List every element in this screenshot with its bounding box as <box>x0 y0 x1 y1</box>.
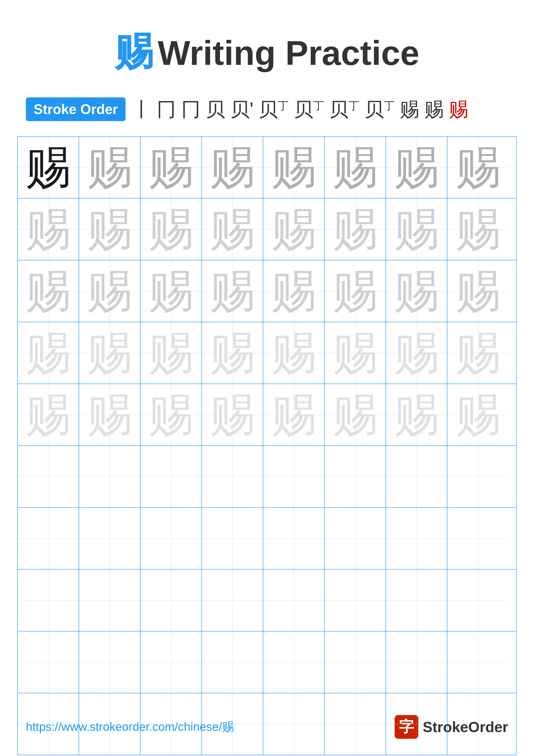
grid-cell[interactable]: 赐 <box>447 322 509 384</box>
grid-cell[interactable]: 赐 <box>386 137 447 198</box>
grid-cell[interactable]: 赐 <box>263 384 325 446</box>
char-in-cell: 赐 <box>148 207 194 252</box>
grid-cell[interactable]: 赐 <box>79 137 140 198</box>
grid-cell[interactable] <box>140 446 202 507</box>
grid-cell[interactable]: 赐 <box>79 260 140 322</box>
grid-cell[interactable]: 赐 <box>18 322 79 384</box>
grid-cell[interactable]: 赐 <box>140 384 202 446</box>
grid-cell[interactable]: 赐 <box>18 384 79 446</box>
grid-cell[interactable] <box>447 508 509 569</box>
grid-cell[interactable]: 赐 <box>79 384 140 446</box>
stroke-step-9: 贝丁 <box>365 99 394 119</box>
grid-cell[interactable]: 赐 <box>79 322 140 384</box>
grid-cell[interactable] <box>386 570 447 631</box>
grid-cell[interactable]: 赐 <box>386 199 447 260</box>
char-in-cell: 赐 <box>456 207 501 252</box>
grid-cell[interactable] <box>79 632 140 693</box>
grid-cell[interactable] <box>79 693 140 755</box>
grid-cell[interactable] <box>18 508 79 569</box>
grid-cell[interactable] <box>386 632 447 693</box>
grid-cell[interactable] <box>263 570 325 631</box>
char-in-cell: 赐 <box>26 269 71 314</box>
grid-cell[interactable]: 赐 <box>140 199 202 260</box>
grid-cell[interactable]: 赐 <box>386 322 447 384</box>
char-in-cell: 赐 <box>87 392 132 438</box>
grid-cell[interactable] <box>386 693 447 755</box>
grid-cell[interactable] <box>140 632 202 693</box>
grid-cell[interactable] <box>18 632 79 693</box>
grid-cell[interactable]: 赐 <box>325 322 386 384</box>
grid-cell[interactable] <box>447 693 509 755</box>
grid-cell[interactable] <box>79 570 140 631</box>
grid-cell[interactable] <box>202 693 263 755</box>
grid-cell[interactable] <box>18 446 79 507</box>
grid-cell[interactable] <box>325 632 386 693</box>
char-in-cell: 赐 <box>26 330 71 376</box>
grid-cell[interactable] <box>325 446 386 507</box>
grid-cell[interactable]: 赐 <box>263 199 325 260</box>
grid-cell[interactable]: 赐 <box>202 260 263 322</box>
char-in-cell: 赐 <box>394 207 439 252</box>
stroke-step-7: 贝丁 <box>294 99 324 119</box>
grid-cell[interactable]: 赐 <box>386 384 447 446</box>
char-in-cell: 赐 <box>456 392 501 438</box>
grid-cell[interactable] <box>79 508 140 569</box>
grid-cell[interactable]: 赐 <box>18 137 79 198</box>
grid-cell[interactable]: 赐 <box>18 260 79 322</box>
grid-cell[interactable] <box>140 508 202 569</box>
grid-cell[interactable]: 赐 <box>140 137 202 198</box>
grid-cell[interactable]: 赐 <box>202 322 263 384</box>
char-in-cell: 赐 <box>148 145 194 190</box>
logo-icon: 字 <box>394 715 418 739</box>
grid-cell[interactable] <box>18 570 79 631</box>
grid-cell[interactable] <box>140 693 202 755</box>
grid-cell[interactable]: 赐 <box>263 322 325 384</box>
grid-cell[interactable] <box>386 446 447 507</box>
grid-cell[interactable] <box>263 693 325 755</box>
grid-cell[interactable]: 赐 <box>202 137 263 198</box>
char-in-cell: 赐 <box>456 145 501 190</box>
grid-cell[interactable] <box>325 508 386 569</box>
grid-cell[interactable]: 赐 <box>325 384 386 446</box>
grid-cell[interactable]: 赐 <box>263 260 325 322</box>
grid-cell[interactable]: 赐 <box>447 384 509 446</box>
grid-cell[interactable] <box>325 570 386 631</box>
footer: https://www.strokeorder.com/chinese/赐 字 … <box>0 715 534 739</box>
grid-cell[interactable] <box>202 632 263 693</box>
grid-row: 赐赐赐赐赐赐赐赐 <box>18 137 516 199</box>
grid-cell[interactable]: 赐 <box>79 199 140 260</box>
grid-cell[interactable] <box>263 508 325 569</box>
grid-cell[interactable] <box>202 446 263 507</box>
char-in-cell: 赐 <box>394 269 439 314</box>
grid-cell[interactable] <box>202 570 263 631</box>
grid-cell[interactable]: 赐 <box>18 199 79 260</box>
grid-cell[interactable] <box>447 570 509 631</box>
grid-cell[interactable] <box>202 508 263 569</box>
grid-cell[interactable]: 赐 <box>325 199 386 260</box>
grid-cell[interactable]: 赐 <box>140 322 202 384</box>
grid-cell[interactable]: 赐 <box>263 137 325 198</box>
grid-cell[interactable] <box>386 508 447 569</box>
char-in-cell: 赐 <box>210 269 255 314</box>
grid-cell[interactable] <box>18 693 79 755</box>
grid-cell[interactable] <box>140 570 202 631</box>
grid-cell[interactable]: 赐 <box>447 199 509 260</box>
grid-cell[interactable] <box>447 446 509 507</box>
footer-url[interactable]: https://www.strokeorder.com/chinese/赐 <box>26 719 234 735</box>
grid-cell[interactable]: 赐 <box>325 260 386 322</box>
grid-cell[interactable]: 赐 <box>447 137 509 198</box>
grid-cell[interactable]: 赐 <box>202 199 263 260</box>
grid-cell[interactable] <box>325 693 386 755</box>
grid-cell[interactable] <box>263 632 325 693</box>
grid-cell[interactable]: 赐 <box>386 260 447 322</box>
grid-cell[interactable]: 赐 <box>325 137 386 198</box>
grid-cell[interactable]: 赐 <box>140 260 202 322</box>
char-in-cell: 赐 <box>26 145 71 190</box>
grid-cell[interactable] <box>447 632 509 693</box>
grid-cell[interactable]: 赐 <box>447 260 509 322</box>
grid-cell[interactable] <box>263 446 325 507</box>
grid-cell[interactable]: 赐 <box>202 384 263 446</box>
char-in-cell: 赐 <box>394 145 439 190</box>
grid-cell[interactable] <box>79 446 140 507</box>
char-in-cell: 赐 <box>210 330 255 376</box>
